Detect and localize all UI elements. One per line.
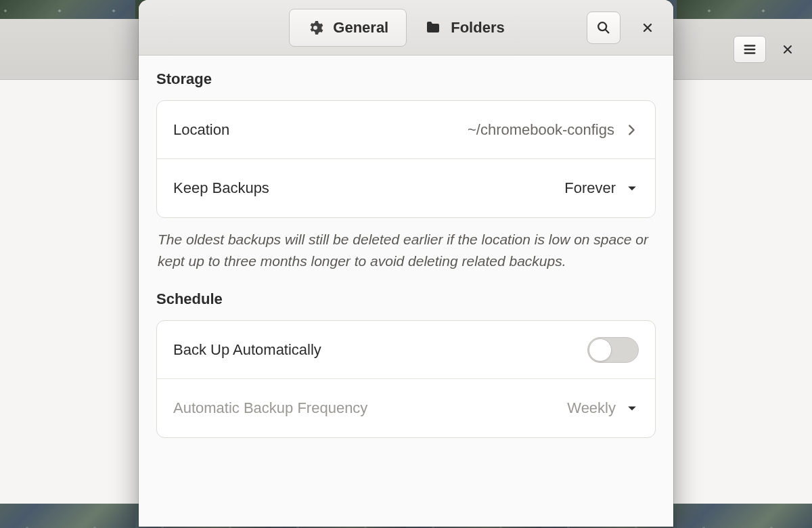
search-button[interactable] <box>587 12 621 44</box>
storage-section-title: Storage <box>156 70 656 88</box>
close-icon <box>781 43 794 56</box>
dialog-close-button[interactable] <box>634 14 661 41</box>
auto-backup-row: Back Up Automatically <box>157 321 655 379</box>
svg-point-0 <box>313 26 317 30</box>
frequency-value: Weekly <box>567 399 616 417</box>
schedule-section-title: Schedule <box>156 290 656 308</box>
location-label: Location <box>173 121 468 139</box>
tab-folders[interactable]: Folders <box>407 9 522 47</box>
caret-down-icon <box>625 181 639 195</box>
auto-backup-label: Back Up Automatically <box>173 341 587 359</box>
keep-backups-value-wrap: Forever <box>564 179 639 197</box>
schedule-list: Back Up Automatically Automatic Backup F… <box>156 320 656 438</box>
hamburger-menu-button[interactable] <box>734 36 766 63</box>
storage-help-text: The oldest backups will still be deleted… <box>156 229 656 271</box>
storage-list: Location ~/chromebook-configs Keep Backu… <box>156 100 656 218</box>
caret-down-icon <box>625 401 639 415</box>
folder-icon <box>425 20 441 36</box>
location-value-wrap: ~/chromebook-configs <box>468 121 639 139</box>
view-switcher: General Folders <box>289 9 522 47</box>
search-icon <box>596 20 611 35</box>
preferences-dialog: General Folders Sto <box>139 0 673 527</box>
tab-general-label: General <box>333 19 388 37</box>
parent-close-button[interactable] <box>774 36 801 63</box>
chevron-right-icon <box>624 123 639 137</box>
gear-icon <box>307 20 323 36</box>
dialog-content: Storage Location ~/chromebook-configs Ke… <box>139 56 673 527</box>
keep-backups-value: Forever <box>564 179 616 197</box>
frequency-row[interactable]: Automatic Backup Frequency Weekly <box>157 379 655 437</box>
location-value: ~/chromebook-configs <box>468 121 614 139</box>
keep-backups-label: Keep Backups <box>173 179 564 197</box>
location-row[interactable]: Location ~/chromebook-configs <box>157 101 655 159</box>
hamburger-icon <box>742 42 757 57</box>
tab-folders-label: Folders <box>451 19 504 37</box>
dialog-headerbar: General Folders <box>139 0 673 56</box>
tab-general[interactable]: General <box>289 9 407 47</box>
close-icon <box>641 21 654 35</box>
frequency-value-wrap: Weekly <box>567 399 639 417</box>
frequency-label: Automatic Backup Frequency <box>173 399 567 417</box>
switch-knob <box>589 338 612 361</box>
keep-backups-row[interactable]: Keep Backups Forever <box>157 159 655 217</box>
auto-backup-switch[interactable] <box>587 337 639 363</box>
